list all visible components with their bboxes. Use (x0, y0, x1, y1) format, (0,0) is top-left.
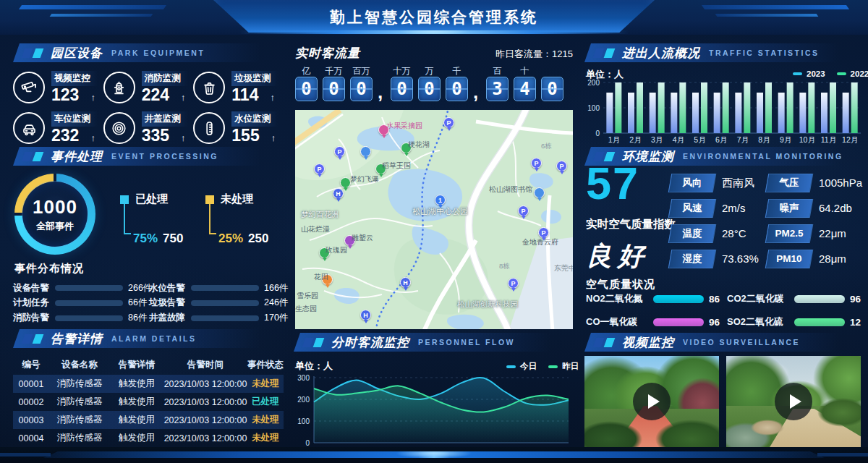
donut-legend-unprocessed[interactable]: 未处理 25%250 (205, 192, 285, 255)
deco-square (33, 48, 44, 58)
svg-text:100: 100 (587, 104, 600, 112)
map-marker-p[interactable]: P (518, 205, 529, 216)
counter-digit: 十 4 (514, 65, 536, 101)
deco-square (313, 338, 325, 347)
distribution-track (55, 315, 123, 321)
legend-connector (124, 204, 131, 234)
env-metric-value: 28μm (812, 250, 862, 268)
map-marker-p[interactable]: P (531, 158, 542, 169)
digit-comma: , (473, 82, 481, 101)
map-label: 玫瑰园 (326, 245, 347, 255)
map-marker-p[interactable]: P (443, 117, 454, 128)
table-cell: 消防传感器 (49, 396, 110, 408)
personnel-flow-chart: 010020030000:0002:0004:0006:0008:0010:00… (294, 370, 574, 456)
section-subtitle: ENVIRONMENTAL MONITORING (683, 152, 843, 161)
aqi-value: 57 (586, 161, 639, 206)
donut-legend-processed[interactable]: 已处理 75%750 (120, 192, 200, 255)
legend-dash-icon (548, 365, 558, 368)
video-feed-2[interactable] (726, 356, 861, 447)
section-header-alarms: 告警详情 ALARM DETAILS (13, 329, 282, 348)
map-label: 梗花湖 (408, 140, 430, 150)
air-quality-bar (653, 318, 704, 326)
equipment-value: 155↑ (231, 127, 278, 144)
video-feed-1[interactable] (584, 356, 719, 447)
counter-digit: 十万 0 (391, 65, 413, 101)
map-marker-b[interactable] (360, 146, 371, 157)
equipment-item: 消防监测 224↑ (103, 71, 194, 104)
deco-square (593, 338, 605, 347)
section-header-video: 视频监控 VIDEO SURVEILLANCE (584, 333, 861, 352)
map-marker-g[interactable] (340, 177, 351, 188)
yesterday-value: 1215 (552, 48, 573, 59)
map-label: 稻草王国 (382, 161, 411, 171)
table-cell: 消防传感器 (49, 414, 110, 426)
map-marker-p[interactable]: P (334, 146, 345, 157)
equipment-item: 车位监测 232↑ (13, 111, 103, 145)
section-title: 环境监测 (622, 148, 674, 165)
distribution-row: 设备告警 266件 (13, 281, 149, 296)
map-marker-h[interactable]: H (360, 310, 371, 320)
equipment-label: 垃圾监测 (231, 71, 278, 86)
map-label: 松山湖图书馆 (489, 184, 532, 195)
distribution-label: 设备告警 (13, 282, 50, 294)
section-header-personnel-flow: 分时客流监控 PERSONNEL FLOW (294, 333, 573, 352)
play-button[interactable] (775, 383, 812, 420)
counter-digit: 千 0 (446, 65, 468, 101)
table-cell: 触发使用 (110, 432, 163, 444)
svg-text:2月: 2月 (629, 135, 641, 144)
alarm-table: 编号设备名称告警详情告警时间事件状态00001消防传感器触发使用2023/10/… (13, 354, 284, 447)
svg-text:0: 0 (305, 439, 310, 447)
distribution-row: 垃圾告警 246件 (149, 296, 285, 311)
deco-square (302, 338, 314, 347)
air-quality-title: 空气质量状况 (586, 278, 655, 292)
map-marker-p[interactable]: P (556, 161, 567, 171)
column-header: 设备名称 (49, 359, 110, 371)
map-marker-n[interactable]: 1 (435, 195, 446, 205)
table-row: 00001消防传感器触发使用2023/10/03 12:00:00未处理 (13, 375, 284, 393)
air-quality-value: 86 (709, 294, 720, 305)
legend-connector (209, 204, 216, 234)
status-badge: 未处理 (247, 432, 284, 444)
map-marker-h[interactable]: H (400, 277, 411, 288)
park-map[interactable]: 水果采摘园梗花湖稻草王国梦幻飞瀑梦幻百花洲山花烂漫雕塑云玫瑰园花田雪乐园生态园松… (295, 110, 573, 329)
legend-value: 75%750 (133, 232, 183, 246)
distribution-track (191, 315, 259, 321)
visitor-counter: 亿 0 千万 0 百万 0, 十万 0 万 0 千 0, 百 3 十 4 0 (295, 65, 569, 101)
svg-text:8月: 8月 (758, 135, 770, 144)
svg-text:200: 200 (297, 396, 310, 404)
play-button[interactable] (633, 383, 671, 420)
equipment-label: 车位监测 (51, 111, 98, 127)
air-quality-label: SO2二氧化硫 (727, 315, 789, 328)
equipment-value: 114↑ (231, 86, 278, 103)
svg-text:11月: 11月 (821, 135, 836, 144)
map-marker-h[interactable]: H (333, 188, 344, 199)
section-title: 分时客流监控 (331, 334, 409, 351)
digit-place-label: 百万 (353, 65, 370, 77)
map-marker-p[interactable]: P (508, 278, 519, 289)
env-metric-label: PM10 (765, 250, 814, 268)
bottom-deco (0, 453, 51, 456)
map-marker-p[interactable]: P (538, 227, 549, 238)
digit-box: 0 (541, 77, 563, 101)
section-title: 进出人流概况 (622, 45, 700, 61)
section-header-environment: 环境监测 ENVIRONMENTAL MONITORING (584, 147, 861, 166)
counter-digit: 百 3 (486, 65, 509, 101)
distribution-title: 事件分布情况 (14, 262, 84, 276)
aqi-label: 实时空气质量指数 (586, 217, 676, 232)
table-cell: 消防传感器 (49, 432, 110, 444)
env-metric-value: 西南风 (715, 174, 767, 192)
env-metric-value: 22μm (812, 224, 862, 243)
svg-text:4月: 4月 (673, 135, 684, 144)
air-quality-row: CO2二氧化碳 96 (727, 292, 862, 305)
yesterday-label: 昨日客流量： (495, 48, 552, 59)
env-metric-value: 28°C (715, 224, 767, 243)
map-marker-b[interactable] (534, 187, 545, 198)
legend-value: 25%250 (218, 232, 268, 246)
column-header: 告警时间 (163, 359, 247, 371)
section-title: 事件处理 (51, 148, 103, 165)
bottom-deco-bar (43, 451, 825, 458)
svg-text:0: 0 (595, 129, 600, 137)
air-quality-row: CO一氧化碳 96 (586, 315, 721, 328)
map-marker-p[interactable]: P (314, 163, 325, 174)
distribution-value: 166件 (264, 282, 288, 294)
